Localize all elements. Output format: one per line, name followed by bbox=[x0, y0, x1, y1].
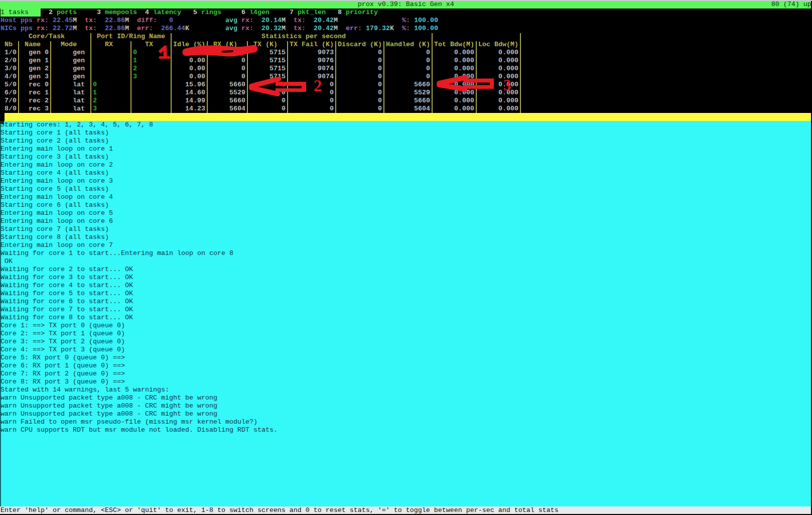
svg-text:2: 2 bbox=[314, 77, 322, 95]
svg-text:3: 3 bbox=[503, 76, 511, 94]
